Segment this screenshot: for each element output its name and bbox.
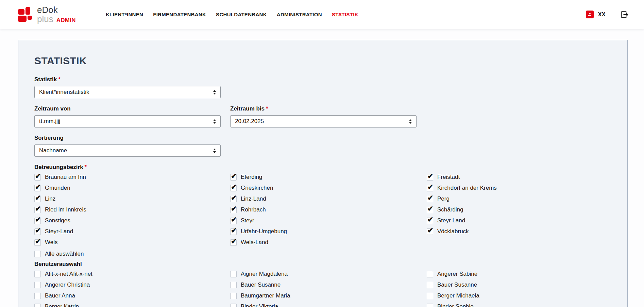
user-checkbox-item[interactable]: Binder Sophie <box>427 301 614 307</box>
district-checkbox-item[interactable]: Perg <box>427 193 614 204</box>
checkbox[interactable] <box>427 293 433 299</box>
checkbox[interactable] <box>427 304 433 307</box>
select-all-checkbox[interactable] <box>34 251 41 257</box>
checkbox[interactable] <box>34 282 41 288</box>
checkbox[interactable] <box>34 207 41 213</box>
checkbox-label: Angerer Christina <box>45 282 90 288</box>
user-checkbox-item[interactable]: Berger Michaela <box>427 290 614 301</box>
user-checkbox-item[interactable]: Angerer Christina <box>34 279 230 290</box>
sortierung-select[interactable]: Nachname <box>34 144 221 157</box>
checkbox[interactable] <box>34 218 41 224</box>
select-all-checkbox-item[interactable]: Alle auswählen <box>34 249 614 259</box>
checkbox[interactable] <box>34 239 41 246</box>
logo-text: eDok plus ADMIN <box>37 5 76 23</box>
checkbox[interactable] <box>34 271 41 277</box>
nav-item[interactable]: FIRMENDATENBANK <box>153 12 206 17</box>
checkbox[interactable] <box>230 304 237 307</box>
user-checkbox-item[interactable]: Bauer Susanne <box>230 279 427 290</box>
checkbox-label: Steyr <box>241 217 254 224</box>
checkbox[interactable] <box>230 282 237 288</box>
district-checkbox-item[interactable]: Steyr <box>230 215 427 226</box>
statistik-select-value: Klient*innenstatistik <box>39 89 89 96</box>
top-header: eDok plus ADMIN KLIENT*INNEN FIRMENDATEN… <box>0 0 644 29</box>
select-caret-icon <box>213 149 216 153</box>
checkbox[interactable] <box>427 207 433 213</box>
user-checkbox-item[interactable]: Bauer Anna <box>34 290 230 301</box>
nav-item[interactable]: SCHULDATENBANK <box>216 12 267 17</box>
checkbox[interactable] <box>230 239 237 246</box>
checkbox[interactable] <box>427 282 433 288</box>
checkbox[interactable] <box>230 207 237 213</box>
district-checkbox-item[interactable]: Vöcklabruck <box>427 226 614 237</box>
checkbox[interactable] <box>427 185 433 191</box>
checkbox[interactable] <box>230 293 237 299</box>
user-checkbox-item[interactable]: Angerer Sabine <box>427 269 614 279</box>
user-checkbox-item[interactable]: Aigner Magdalena <box>230 269 427 279</box>
checkbox[interactable] <box>427 174 433 181</box>
district-checkbox-item[interactable]: Grieskirchen <box>230 183 427 193</box>
checkbox-label: Binder Sophie <box>437 303 474 307</box>
district-checkbox-item[interactable]: Braunau am Inn <box>34 172 230 183</box>
statistik-card: STATISTIK Statistik* Klient*innenstatist… <box>18 40 628 307</box>
user-checkbox-item[interactable]: Berger Katrin <box>34 301 230 307</box>
checkbox[interactable] <box>230 174 237 181</box>
statistik-select[interactable]: Klient*innenstatistik <box>34 86 221 98</box>
checkbox[interactable] <box>34 293 41 299</box>
district-checkbox-item[interactable]: Rohrbach <box>230 204 427 215</box>
district-checkbox-item[interactable]: Schärding <box>427 204 614 215</box>
district-checkbox-item[interactable]: Urfahr-Umgebung <box>230 226 427 237</box>
checkbox[interactable] <box>427 196 433 202</box>
checkbox-label: Kirchdorf an der Krems <box>437 185 497 191</box>
checkbox-label: Bauer Susanne <box>241 282 281 288</box>
district-grid: Braunau am Inn Eferding Freistadt Gmunde… <box>34 172 614 248</box>
sortierung-label: Sortierung <box>34 135 614 141</box>
checkbox[interactable] <box>230 185 237 191</box>
logo-name-bottom: plus <box>37 15 53 24</box>
district-checkbox-item[interactable]: Gmunden <box>34 183 230 193</box>
checkbox[interactable] <box>230 271 237 277</box>
district-checkbox-item[interactable]: Ried im Innkreis <box>34 204 230 215</box>
district-checkbox-item[interactable]: Linz-Land <box>230 193 427 204</box>
district-checkbox-item[interactable]: Freistadt <box>427 172 614 183</box>
district-checkbox-item[interactable]: Wels <box>34 237 230 248</box>
benutzerauswahl-label: Benutzerauswahl <box>34 261 614 268</box>
district-checkbox-item[interactable]: Wels-Land <box>230 237 427 248</box>
checkbox[interactable] <box>427 228 433 235</box>
checkbox[interactable] <box>427 271 433 277</box>
checkbox[interactable] <box>230 218 237 224</box>
user-checkbox-item[interactable]: Bauer Susanne <box>427 279 614 290</box>
checkbox[interactable] <box>230 228 237 235</box>
app-logo[interactable]: eDok plus ADMIN <box>18 5 76 23</box>
checkbox-label: Berger Michaela <box>437 292 479 299</box>
select-all-label: Alle auswählen <box>45 251 84 257</box>
user-checkbox-item[interactable]: Afit-x-net Afit-x-net <box>34 269 230 279</box>
admin-badge: ADMIN <box>56 17 76 23</box>
checkbox[interactable] <box>34 185 41 191</box>
district-checkbox-item[interactable]: Steyr Land <box>427 215 614 226</box>
user-avatar-icon[interactable] <box>586 11 594 18</box>
checkbox[interactable] <box>34 196 41 202</box>
nav-item[interactable]: STATISTIK <box>332 12 358 17</box>
checkbox-label: Linz <box>45 195 55 202</box>
checkbox[interactable] <box>230 196 237 202</box>
checkbox[interactable] <box>427 218 433 224</box>
benutzerauswahl-section: Benutzerauswahl Afit-x-net Afit-x-net Ai… <box>34 261 614 307</box>
nav-item[interactable]: ADMINISTRATION <box>277 12 322 17</box>
user-checkbox-item[interactable]: Binder Viktoria <box>230 301 427 307</box>
user-checkbox-item[interactable]: Baumgartner Maria <box>230 290 427 301</box>
checkbox[interactable] <box>34 174 41 181</box>
sortierung-field: Sortierung Nachname <box>34 135 614 157</box>
checkbox[interactable] <box>34 228 41 235</box>
district-checkbox-item[interactable]: Eferding <box>230 172 427 183</box>
zeitraum-von-select[interactable]: tt.mm.jjjj <box>34 115 221 127</box>
district-checkbox-item[interactable]: Linz <box>34 193 230 204</box>
district-checkbox-item[interactable]: Sonstiges <box>34 215 230 226</box>
district-checkbox-item[interactable]: Steyr-Land <box>34 226 230 237</box>
nav-item[interactable]: KLIENT*INNEN <box>106 12 143 17</box>
district-checkbox-item[interactable]: Kirchdorf an der Krems <box>427 183 614 193</box>
zeitraum-bis-select[interactable]: 20.02.2025 <box>230 115 417 127</box>
page-title: STATISTIK <box>34 55 614 67</box>
select-caret-icon <box>213 90 216 95</box>
logout-button[interactable] <box>620 10 629 19</box>
checkbox[interactable] <box>34 304 41 307</box>
